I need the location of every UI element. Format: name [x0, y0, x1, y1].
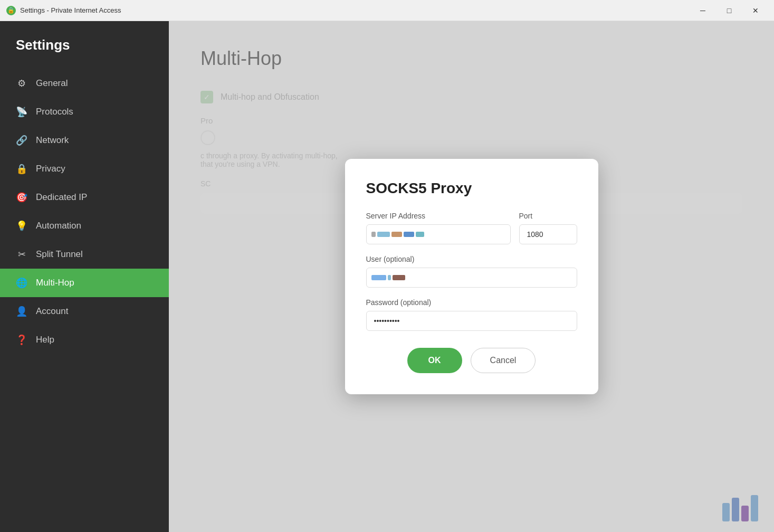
- sidebar-item-account[interactable]: 👤 Account: [0, 297, 169, 326]
- server-ip-input[interactable]: [366, 224, 511, 244]
- user-input[interactable]: [366, 268, 577, 288]
- gear-icon: ⚙: [16, 78, 27, 89]
- user-field-group: User (optional): [366, 255, 577, 288]
- sidebar-item-privacy[interactable]: 🔒 Privacy: [0, 155, 169, 183]
- maximize-button[interactable]: □: [717, 2, 741, 19]
- sidebar-item-protocols[interactable]: 📡 Protocols: [0, 98, 169, 126]
- server-port-row: Server IP Address: [366, 212, 577, 244]
- close-button[interactable]: ✕: [743, 2, 768, 19]
- port-input[interactable]: [519, 224, 577, 244]
- account-icon: 👤: [16, 306, 27, 317]
- sidebar-item-dedicated-ip[interactable]: 🎯 Dedicated IP: [0, 183, 169, 212]
- sidebar-label-privacy: Privacy: [36, 164, 65, 174]
- server-ip-field-group: Server IP Address: [366, 212, 511, 244]
- dedicated-ip-icon: 🎯: [16, 192, 27, 203]
- port-label: Port: [519, 212, 577, 220]
- app-container: Settings ⚙ General 📡 Protocols 🔗 Network…: [0, 21, 774, 532]
- app-icon: 🔒: [6, 6, 16, 15]
- socks5-dialog: SOCKS5 Proxy Server IP Address: [345, 159, 598, 394]
- sidebar-label-dedicated-ip: Dedicated IP: [36, 192, 87, 203]
- dialog-title: SOCKS5 Proxy: [366, 180, 577, 197]
- main-content: Multi-Hop ✓ Multi-hop and Obfuscation Pr…: [169, 21, 774, 532]
- window-controls: ─ □ ✕: [691, 2, 768, 19]
- password-field-group: Password (optional): [366, 298, 577, 331]
- sidebar-label-automation: Automation: [36, 221, 81, 231]
- title-bar: 🔒 Settings - Private Internet Access ─ □…: [0, 0, 774, 21]
- network-icon: 🔗: [16, 135, 27, 146]
- split-tunnel-icon: ✂: [16, 249, 27, 260]
- password-label: Password (optional): [366, 298, 577, 307]
- sidebar-item-general[interactable]: ⚙ General: [0, 69, 169, 98]
- dialog-actions: OK Cancel: [366, 348, 577, 373]
- server-ip-label: Server IP Address: [366, 212, 511, 220]
- sidebar-label-protocols: Protocols: [36, 107, 73, 117]
- sidebar-item-network[interactable]: 🔗 Network: [0, 126, 169, 155]
- automation-icon: 💡: [16, 220, 27, 232]
- sidebar-label-general: General: [36, 78, 68, 89]
- sidebar-label-account: Account: [36, 306, 68, 317]
- multi-hop-icon: 🌐: [16, 277, 27, 289]
- minimize-button[interactable]: ─: [691, 2, 715, 19]
- sidebar-label-help: Help: [36, 335, 54, 345]
- sidebar: Settings ⚙ General 📡 Protocols 🔗 Network…: [0, 21, 169, 532]
- protocols-icon: 📡: [16, 106, 27, 118]
- help-icon: ❓: [16, 334, 27, 346]
- sidebar-label-multi-hop: Multi-Hop: [36, 278, 74, 288]
- sidebar-item-multi-hop[interactable]: 🌐 Multi-Hop: [0, 269, 169, 297]
- sidebar-title: Settings: [0, 32, 169, 69]
- privacy-icon: 🔒: [16, 163, 27, 175]
- modal-overlay: SOCKS5 Proxy Server IP Address: [169, 21, 774, 532]
- port-field-group: Port: [519, 212, 577, 244]
- cancel-button[interactable]: Cancel: [471, 348, 536, 373]
- ok-button[interactable]: OK: [407, 348, 462, 373]
- password-input[interactable]: [366, 311, 577, 331]
- sidebar-item-help[interactable]: ❓ Help: [0, 326, 169, 354]
- user-label: User (optional): [366, 255, 577, 263]
- sidebar-item-automation[interactable]: 💡 Automation: [0, 212, 169, 240]
- sidebar-label-split-tunnel: Split Tunnel: [36, 249, 83, 260]
- sidebar-label-network: Network: [36, 135, 69, 146]
- sidebar-item-split-tunnel[interactable]: ✂ Split Tunnel: [0, 240, 169, 269]
- title-bar-text: Settings - Private Internet Access: [20, 6, 691, 14]
